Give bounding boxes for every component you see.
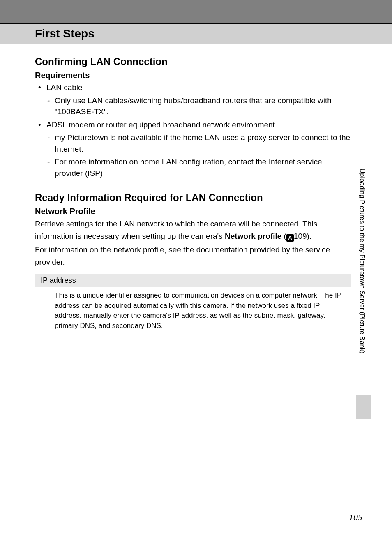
list-item: ADSL modem or router equipped broadband … [35,119,351,131]
text: 109). [294,232,311,240]
side-tab: Uploading Pictures to the my Picturetown… [358,168,368,423]
bold-text: Network profile [225,232,281,240]
top-grey-band [0,0,392,23]
paragraph: Retrieve settings for the LAN network to… [35,218,351,242]
subsection-network-profile: Network Profile [35,207,351,216]
requirements-list: LAN cable Only use LAN cables/switching … [35,82,351,179]
list-item: For more information on home LAN configu… [35,156,351,179]
title-band: First Steps [0,23,392,44]
list-item: Only use LAN cables/switching hubs/broad… [35,95,351,118]
subsection-requirements: Requirements [35,71,351,80]
page-number: 105 [349,512,362,523]
table-body: This is a unique identifier assigned to … [35,287,351,335]
info-table: IP address This is a unique identifier a… [35,274,351,335]
document-page: First Steps Confirming LAN Connection Re… [0,0,392,540]
text: ( [281,232,286,240]
content-area: Confirming LAN Connection Requirements L… [0,44,392,335]
section-heading-ready: Ready Information Required for LAN Conne… [35,192,351,203]
side-tab-marker [356,395,371,419]
list-item: LAN cable [35,82,351,93]
section-heading-confirming: Confirming LAN Connection [35,56,351,67]
list-item: my Picturetown is not available if the h… [35,132,351,155]
cross-reference-icon: A [286,234,294,242]
side-chapter-label: Uploading Pictures to the my Picturetown… [358,168,366,386]
paragraph: For information on the network profile, … [35,244,351,268]
table-header: IP address [35,274,351,287]
page-title: First Steps [35,27,392,40]
